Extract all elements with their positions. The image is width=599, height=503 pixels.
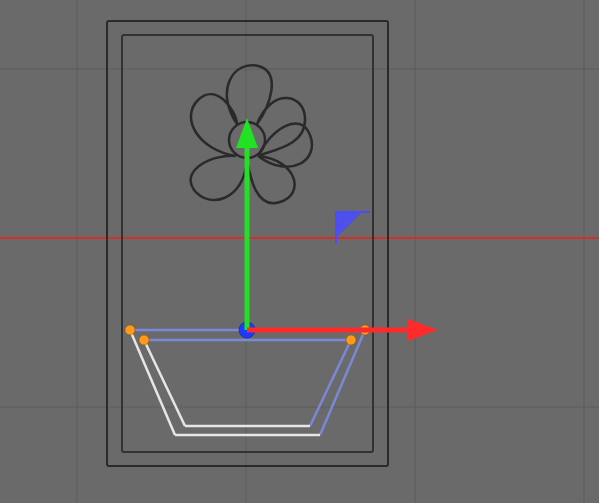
svg-marker-6: [336, 212, 362, 238]
pot-mesh[interactable]: [125, 322, 370, 435]
canvas-svg: [0, 0, 599, 503]
viewport-3d[interactable]: [0, 0, 599, 503]
vertex-top-left-inner[interactable]: [139, 335, 149, 345]
vertex-top-right-inner[interactable]: [346, 335, 356, 345]
grid: [0, 0, 599, 503]
pot-edge-left-outer[interactable]: [130, 330, 175, 435]
gizmo-arrowhead-x[interactable]: [408, 319, 438, 341]
transform-gizmo[interactable]: [236, 118, 438, 341]
gizmo-plane-xy[interactable]: [336, 212, 370, 244]
vertex-top-left-outer[interactable]: [125, 325, 135, 335]
pot-edge-right-outer[interactable]: [320, 330, 365, 435]
